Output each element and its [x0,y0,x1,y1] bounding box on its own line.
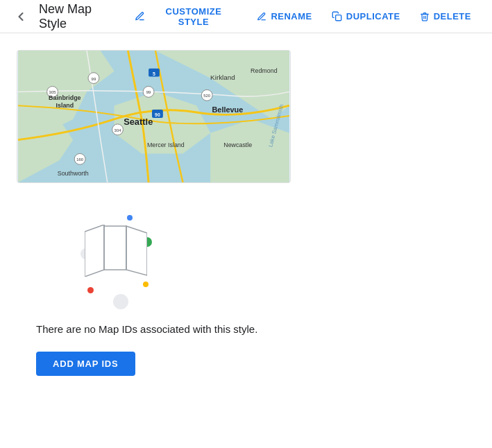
svg-text:5: 5 [153,71,155,76]
duplicate-button[interactable]: DUPLICATE [322,6,410,27]
add-map-ids-button[interactable]: ADD MAP IDS [36,352,135,376]
customize-style-button[interactable]: CUSTOMIZE STYLE [125,1,247,33]
dot-gray1 [113,294,128,309]
dot-blue [127,215,133,221]
rename-label: RENAME [271,11,312,21]
dot-yellow [143,282,149,287]
dot-red [87,287,94,293]
svg-marker-35 [126,226,147,275]
map-thumbnail: 5 90 305 99 99 520 160 304 Bainbridge Is… [17,50,291,183]
folded-map-icon [85,225,147,277]
svg-text:Bainbridge: Bainbridge [49,94,80,101]
svg-text:160: 160 [76,157,84,162]
main-content: 5 90 305 99 99 520 160 304 Bainbridge Is… [0,33,492,393]
rename-icon [257,12,266,21]
map-illustration [75,205,179,309]
svg-text:Island: Island [56,102,74,109]
svg-marker-33 [85,225,104,277]
svg-text:Seattle: Seattle [124,117,153,127]
svg-rect-0 [335,15,341,21]
svg-text:520: 520 [203,94,211,98]
toolbar: New Map Style CUSTOMIZE STYLE RENAME [0,0,492,33]
duplicate-label: DUPLICATE [346,11,400,21]
svg-text:Kirkland: Kirkland [210,74,235,81]
delete-label: DELETE [434,11,471,21]
rename-button[interactable]: RENAME [247,6,321,27]
svg-text:Mercer Island: Mercer Island [147,141,185,148]
delete-button[interactable]: DELETE [410,6,481,27]
back-button[interactable] [11,7,31,26]
svg-text:90: 90 [155,112,160,117]
svg-text:99: 99 [146,90,151,94]
svg-text:Bellevue: Bellevue [212,105,244,114]
svg-text:Southworth: Southworth [58,170,89,177]
delete-icon [420,12,430,21]
svg-text:304: 304 [114,128,122,132]
empty-state: There are no Map IDs associated with thi… [17,205,475,376]
page-title: New Map Style [39,2,122,31]
svg-text:Newcastle: Newcastle [223,141,252,148]
customize-icon [135,11,145,21]
svg-text:99: 99 [92,77,96,81]
svg-text:Redmond: Redmond [251,67,278,74]
svg-rect-34 [104,226,126,270]
customize-label: CUSTOMIZE STYLE [149,6,237,27]
duplicate-icon [332,11,342,21]
empty-message: There are no Map IDs associated with thi… [33,323,257,335]
toolbar-actions: CUSTOMIZE STYLE RENAME DUPLICATE [125,1,481,33]
